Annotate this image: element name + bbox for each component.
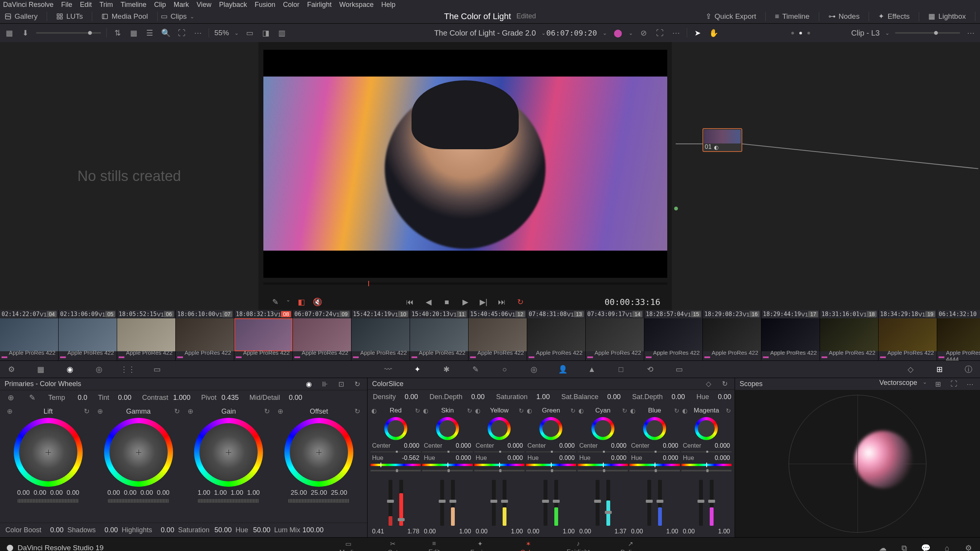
sat-slider[interactable] bbox=[544, 480, 547, 526]
menu-fusion[interactable]: Fusion bbox=[255, 1, 275, 9]
hand-icon[interactable]: ✋ bbox=[709, 28, 719, 38]
hue-bar[interactable] bbox=[371, 464, 421, 466]
sat-slider[interactable] bbox=[440, 480, 444, 526]
cs-param-hue[interactable]: Hue0.00 bbox=[696, 393, 731, 401]
hue-bar[interactable] bbox=[474, 464, 524, 466]
scopes-toggle-icon[interactable]: ⊞ bbox=[933, 362, 946, 376]
loop-button[interactable]: ↻ bbox=[515, 297, 526, 307]
param-hue[interactable]: Hue50.00 bbox=[235, 526, 270, 534]
clip-thumb[interactable]: 18:28:57:04V115▬Apple ProRes 422 ... bbox=[644, 310, 703, 360]
den-slider[interactable] bbox=[399, 480, 403, 526]
param-lummix[interactable]: Lum Mix100.00 bbox=[274, 526, 323, 534]
hue-bar[interactable] bbox=[526, 464, 576, 466]
primaries-icon[interactable]: ◉ bbox=[63, 362, 77, 376]
home-icon[interactable]: ⌂ bbox=[942, 543, 952, 551]
export-still-icon[interactable]: ⬇ bbox=[20, 28, 31, 38]
mediapool-toggle[interactable]: Media Pool bbox=[101, 12, 148, 21]
scope-expand-icon[interactable]: ⛶ bbox=[949, 379, 959, 390]
sat-slider[interactable] bbox=[389, 480, 392, 526]
clip-thumb[interactable]: 06:07:07:24V109▬Apple ProRes 422 ... bbox=[293, 310, 351, 360]
chat-icon[interactable]: 💬 bbox=[920, 543, 931, 551]
fullscreen-icon[interactable]: ⛶ bbox=[655, 28, 665, 38]
color-wheel[interactable] bbox=[14, 418, 83, 487]
sat-slider[interactable] bbox=[492, 480, 496, 526]
clip-thumb[interactable]: 07:48:31:08V113▬Apple ProRes 422 ... bbox=[527, 310, 586, 360]
more-icon[interactable]: ⋯ bbox=[193, 28, 203, 38]
menu-help[interactable]: Help bbox=[381, 1, 395, 9]
viewmode-b-icon[interactable]: ◨ bbox=[260, 28, 271, 38]
slice-wheel[interactable] bbox=[591, 417, 614, 440]
slice-wheel[interactable] bbox=[384, 417, 407, 440]
page-color[interactable]: ✶Color bbox=[521, 540, 536, 551]
den-slider[interactable] bbox=[554, 480, 558, 526]
color-wheel[interactable] bbox=[104, 418, 173, 487]
magic-mask-icon[interactable]: 👤 bbox=[556, 362, 570, 376]
cs-param-dendepth[interactable]: Den.Depth0.00 bbox=[430, 393, 485, 401]
master-wheel[interactable] bbox=[18, 499, 79, 503]
clip-thumb[interactable]: 06:14:32:10V1▬Apple ProRes 4444 bbox=[937, 310, 980, 360]
more-viewer-icon[interactable]: ⋯ bbox=[671, 28, 681, 38]
gallery-slider[interactable] bbox=[36, 32, 101, 34]
link-icon[interactable]: ⧉ bbox=[899, 543, 910, 551]
viewer-image[interactable] bbox=[263, 50, 667, 278]
grid-icon[interactable]: ▦ bbox=[128, 28, 139, 38]
nodes-toggle[interactable]: ⊶Nodes bbox=[828, 12, 860, 21]
tracker-icon[interactable]: ◎ bbox=[527, 362, 541, 376]
param-highlights[interactable]: Highlights0.00 bbox=[122, 526, 174, 534]
viewmode-c-icon[interactable]: ▥ bbox=[276, 28, 287, 38]
scope-layout-icon[interactable]: ⊞ bbox=[933, 379, 943, 390]
den-slider[interactable] bbox=[451, 480, 455, 526]
clips-toggle[interactable]: ▭Clips ⌄ bbox=[157, 12, 194, 21]
key-icon[interactable]: □ bbox=[614, 362, 628, 376]
param-pivot[interactable]: Pivot0.435 bbox=[201, 394, 238, 402]
cs-param-satbalance[interactable]: Sat.Balance0.00 bbox=[561, 393, 621, 401]
den-slider[interactable] bbox=[503, 480, 506, 526]
hue-bar[interactable] bbox=[629, 464, 679, 466]
picker-icon[interactable]: ✎ bbox=[270, 297, 281, 307]
menu-mark[interactable]: Mark bbox=[173, 1, 189, 9]
prev-frame-button[interactable]: ◀ bbox=[423, 297, 434, 307]
project-settings-icon[interactable]: ⚙ bbox=[963, 543, 974, 551]
cs-param-saturation[interactable]: Saturation1.00 bbox=[496, 393, 550, 401]
den-slider[interactable] bbox=[710, 480, 714, 526]
param-middetail[interactable]: Mid/Detail0.00 bbox=[249, 394, 302, 402]
slice-wheel[interactable] bbox=[539, 417, 562, 440]
param-temp[interactable]: Temp0.0 bbox=[48, 394, 87, 402]
play-button[interactable]: ▶ bbox=[460, 297, 470, 307]
page-media[interactable]: ▭Media bbox=[339, 540, 357, 551]
clip-thumb[interactable]: 15:40:45:06V112▬Apple ProRes 422 ... bbox=[469, 310, 527, 360]
clip-thumb[interactable]: 15:42:14:19V110▬Apple ProRes 422 ... bbox=[351, 310, 410, 360]
next-frame-button[interactable]: ▶| bbox=[478, 297, 489, 307]
slice-wheel[interactable] bbox=[436, 417, 459, 440]
menu-color[interactable]: Color bbox=[283, 1, 299, 9]
bypass-icon[interactable]: ⊘ bbox=[639, 28, 649, 38]
page-fairlight[interactable]: ♪Fairlight bbox=[567, 540, 590, 551]
clip-thumb[interactable]: 18:08:32:13V108▬Apple ProRes 422 ... bbox=[234, 310, 293, 360]
timeline-toggle[interactable]: ≡Timeline bbox=[775, 12, 809, 21]
menu-file[interactable]: File bbox=[61, 1, 72, 9]
page-deliver[interactable]: ↗Deliver bbox=[621, 540, 641, 551]
clip-thumb[interactable]: 18:29:44:19V117▬Apple ProRes 422 ... bbox=[761, 310, 820, 360]
menu-davinciresolve[interactable]: DaVinci Resolve bbox=[3, 1, 54, 9]
hdr-icon[interactable]: ◎ bbox=[92, 362, 106, 376]
layout-icon[interactable]: ▦ bbox=[4, 28, 15, 38]
color-match-icon[interactable]: ▦ bbox=[34, 362, 47, 376]
reset-colorslice-icon[interactable]: ↻ bbox=[719, 378, 730, 389]
luts-toggle[interactable]: LUTs bbox=[56, 12, 83, 21]
master-wheel[interactable] bbox=[288, 499, 350, 503]
wheels-mode-icon[interactable]: ◉ bbox=[304, 379, 314, 390]
menu-clip[interactable]: Clip bbox=[154, 1, 166, 9]
page-edit[interactable]: ≡Edit bbox=[428, 540, 439, 551]
node-graph[interactable]: 01 ◐ bbox=[672, 42, 980, 310]
viewmode-a-icon[interactable]: ▭ bbox=[244, 28, 255, 38]
scope-type[interactable]: Vectorscope bbox=[879, 379, 917, 390]
viewer-scrubber[interactable] bbox=[263, 282, 667, 285]
cs-param-satdepth[interactable]: Sat.Depth0.00 bbox=[632, 393, 685, 401]
quickexport-toggle[interactable]: ⇪Quick Export bbox=[706, 12, 756, 21]
clip-thumbstrip[interactable]: 02:14:22:07V104▬Apple ProRes 422 ...02:1… bbox=[0, 310, 980, 360]
curves-icon[interactable]: 〰 bbox=[381, 362, 395, 376]
menu-playback[interactable]: Playback bbox=[219, 1, 247, 9]
stop-button[interactable]: ■ bbox=[441, 297, 452, 307]
3d-icon[interactable]: ▭ bbox=[672, 362, 686, 376]
hue-bar[interactable] bbox=[681, 464, 732, 466]
